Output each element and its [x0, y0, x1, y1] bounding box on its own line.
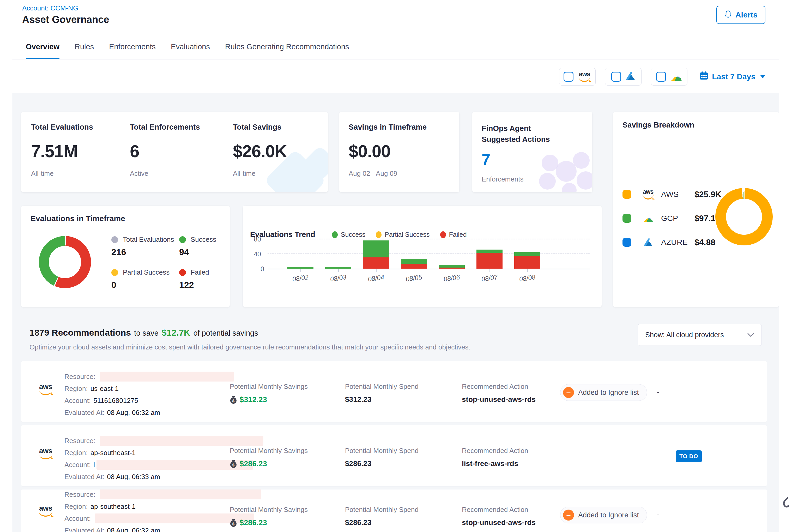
page-header: Account: CCM-NG Asset Governance Alerts [12, 0, 779, 36]
summary-stats-card: Total Evaluations 7.51M All-time Total E… [21, 112, 328, 192]
savings-breakdown-donut [715, 188, 773, 245]
mouse-cursor-artifact [782, 497, 790, 512]
legend-label: GCP [661, 214, 695, 223]
stat-value: 6 [130, 141, 216, 161]
region-label: Region: [64, 385, 88, 393]
decorative-flower [573, 152, 590, 169]
potential-savings-amount: $12.7K [162, 327, 190, 338]
filters-toolbar: aws ☁ Last 7 Days [12, 59, 779, 94]
trend-bar-08/04 [363, 241, 389, 269]
stat-title: Total Savings [233, 123, 287, 131]
legend-dot [111, 236, 118, 243]
x-axis-label: 08/07 [474, 272, 506, 284]
trend-bar-08/02 [287, 267, 314, 269]
tab-overview[interactable]: Overview [26, 36, 59, 59]
added-to-ignore-list-pill[interactable]: – Added to Ignore list [560, 384, 647, 401]
recommended-action: Recommended Action stop-unused-aws-rds [462, 383, 536, 404]
evaluated-at-label: Evaluated At: [64, 408, 104, 417]
added-to-ignore-list-pill[interactable]: – Added to Ignore list [560, 507, 647, 524]
legend-dot [179, 269, 186, 276]
redacted-resource-value [100, 436, 263, 446]
assignee-value: - [657, 388, 660, 396]
date-range-label: Last 7 Days [712, 72, 756, 81]
savings-in-timeframe-card: Savings in Timeframe $0.00 Aug 02 - Aug … [339, 112, 459, 192]
recommendations-count: 1879 Recommendations [30, 327, 131, 338]
status-label: Added to Ignore list [578, 511, 639, 519]
potential-monthly-spend: Potential Monthly Spend $312.23 [345, 383, 419, 404]
tab-rules-generating-recommendations[interactable]: Rules Generating Recommendations [225, 36, 349, 59]
account-value: 511616801275 [93, 397, 138, 405]
x-axis-tick [376, 269, 377, 272]
decorative-flower [539, 173, 556, 190]
filter-chip-aws[interactable]: aws [559, 68, 596, 86]
spend-label: Potential Monthly Spend [345, 506, 419, 514]
calendar-icon [699, 71, 708, 82]
tab-evaluations[interactable]: Evaluations [171, 36, 210, 59]
recommendation-row[interactable]: aws Resource: Region:ap-southeast-1 Acco… [21, 425, 767, 486]
gcp-checkbox[interactable] [656, 72, 666, 82]
redacted-account-value [96, 460, 253, 470]
filter-chip-azure[interactable] [605, 68, 642, 86]
stat-total-evaluations: Total Evaluations 7.51M All-time [31, 123, 121, 192]
trend-plot: 08/0208/0308/0408/0508/0608/0708/08 [243, 206, 602, 307]
x-axis-tick [300, 269, 301, 272]
x-axis-tick [338, 269, 339, 272]
evaluated-at-value: 08 Aug, 06:32 am [107, 527, 160, 532]
card-title: Evaluations in Timeframe [31, 214, 125, 223]
legend-label: AWS [661, 190, 695, 199]
date-range-picker[interactable]: Last 7 Days [699, 71, 765, 82]
redacted-resource-value [100, 372, 234, 382]
action-label: Recommended Action [462, 447, 528, 455]
legend-value: $4.88 [695, 238, 715, 247]
page-title: Asset Governance [22, 14, 109, 25]
legend-label: Total Evaluations [123, 235, 174, 244]
potential-monthly-savings: Potential Monthly Savings $$286.23 [230, 447, 308, 468]
decorative-flower [562, 183, 576, 192]
stat-value: $0.00 [349, 141, 450, 161]
aws-checkbox[interactable] [564, 72, 573, 82]
x-axis-tick [414, 269, 414, 272]
account-label: Account: [64, 397, 91, 405]
trend-bar-08/06 [439, 265, 465, 269]
gcp-logo-icon: ☁ [643, 213, 653, 224]
cloud-provider-filter-dropdown[interactable]: Show: All cloud providers [638, 324, 762, 346]
legend-label: Success [191, 235, 216, 244]
recommendation-row[interactable]: aws Resource: Region:ap-southeast-1 Acco… [21, 490, 767, 532]
recommended-action: Recommended Action stop-unused-aws-rds [462, 506, 536, 527]
x-axis-label: 08/08 [511, 272, 544, 284]
legend-item-success: Success [179, 235, 216, 244]
card-title: Savings in Timeframe [349, 123, 450, 131]
savings-label: Potential Monthly Savings [230, 506, 308, 514]
savings-value: $286.23 [240, 518, 267, 527]
legend-color-chip [623, 190, 631, 199]
x-axis-label: 08/06 [436, 272, 468, 284]
asset-governance-page: Account: CCM-NG Asset Governance Alerts … [12, 0, 779, 532]
bell-icon [724, 10, 732, 20]
account-breadcrumb-link[interactable]: Account: CCM-NG [22, 4, 78, 12]
recommendations-subtitle: Optimize your cloud assets and minimize … [30, 343, 471, 351]
azure-checkbox[interactable] [611, 72, 621, 82]
alerts-button[interactable]: Alerts [716, 6, 765, 24]
evaluated-at-label: Evaluated At: [64, 473, 104, 481]
aws-logo-icon: aws [37, 505, 54, 517]
card-title: Savings Breakdown [623, 121, 695, 129]
filter-chip-gcp[interactable]: ☁ [651, 68, 687, 86]
evaluated-at-value: 08 Aug, 06:32 am [107, 408, 160, 417]
tab-rules[interactable]: Rules [75, 36, 94, 59]
tab-enforcements[interactable]: Enforcements [109, 36, 156, 59]
x-axis-tick [527, 269, 528, 272]
legend-item-azure: AZURE $4.88 [623, 235, 715, 250]
region-value: ap-southeast-1 [91, 449, 136, 457]
recommendation-row[interactable]: aws Resource: Region:us-east-1 Account:5… [21, 361, 767, 422]
aws-logo-icon: aws [37, 448, 54, 459]
legend-dot [179, 236, 186, 243]
region-value: ap-southeast-1 [91, 502, 136, 511]
money-bag-icon: $ [230, 519, 237, 527]
svg-text:$: $ [232, 463, 235, 467]
stat-title: Total Evaluations [31, 123, 113, 131]
x-axis-label: 08/02 [285, 272, 317, 284]
evaluations-donut [39, 236, 91, 288]
action-label: Recommended Action [462, 506, 536, 514]
aws-logo-icon: aws [578, 72, 591, 82]
legend-label: Failed [191, 268, 209, 277]
